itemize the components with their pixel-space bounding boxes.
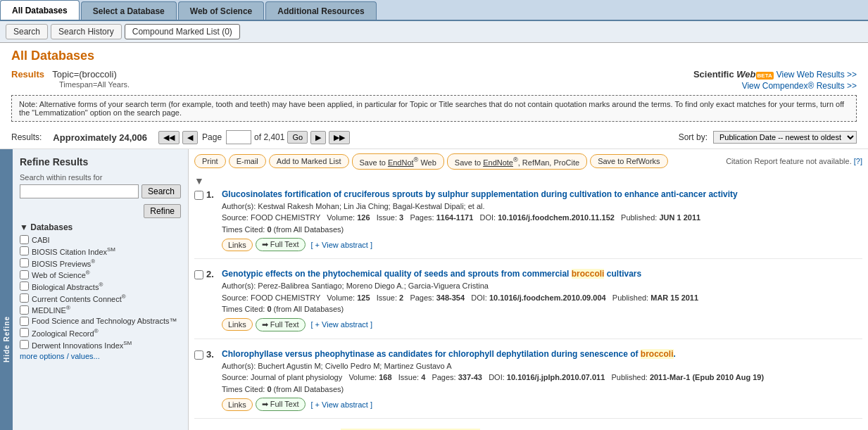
links-btn-2[interactable]: Links (222, 318, 253, 331)
db-item-biosis-previews: BIOSIS Previews® (20, 258, 181, 268)
save-endnote-btn[interactable]: Save to EndNote®, RefMan, ProCite (447, 153, 587, 170)
action-bar: Print E-mail Add to Marked List Save to … (194, 149, 862, 174)
result-title-3[interactable]: Chlorophyllase versus pheophytinase as c… (222, 349, 676, 359)
result-content-3: Chlorophyllase versus pheophytinase as c… (222, 349, 862, 412)
result-meta-2: Author(s): Perez-Balibrea Santiago; More… (222, 280, 862, 315)
results-query: Topic=(broccoli) (52, 69, 116, 80)
save-endnote-web-btn[interactable]: Save to EndNot® Web (352, 153, 444, 170)
fulltext-btn-1[interactable]: ➡ Full Text (256, 238, 306, 251)
refine-search-row: Search (20, 184, 181, 198)
databases-section: ▼ Databases CABI BIOSIS Citation IndexSM… (20, 222, 181, 361)
results-area: Print E-mail Add to Marked List Save to … (189, 149, 868, 430)
view-abstract-1[interactable]: [ + View abstract ] (311, 241, 373, 249)
view-abstract-2[interactable]: [ + View abstract ] (311, 320, 373, 329)
hide-refine-label: Hide Refine (3, 316, 11, 362)
db-checkbox-bio-abstracts[interactable] (20, 282, 29, 291)
result-cb-1[interactable] (194, 191, 203, 200)
result-title-1[interactable]: Glucosinolates fortification of crucifer… (222, 189, 738, 199)
results-timespan: Timespan=All Years. (59, 80, 130, 89)
sub-tab-compound-marked[interactable]: Compound Marked List (0) (125, 24, 240, 39)
db-checkbox-current-contents[interactable] (20, 293, 29, 303)
db-label-medline[interactable]: MEDLINE® (32, 305, 70, 315)
page-heading-area: All Databases (0, 43, 868, 66)
refine-search-btn[interactable]: Search (141, 184, 181, 198)
result-title-2[interactable]: Genotypic effects on the phytochemical q… (222, 269, 641, 279)
more-options-link[interactable]: more options / values... (20, 352, 100, 360)
results-header-row: Results Topic=(broccoli) Timespan=All Ye… (0, 66, 868, 91)
db-item-zoological: Zoological Record® (20, 328, 181, 338)
db-checkbox-biosis-citation[interactable] (20, 246, 29, 255)
results-right: Scientific WebBETA View Web Results >> V… (693, 69, 857, 91)
prev-page-btn[interactable]: ◀ (182, 131, 198, 144)
view-web-results-link[interactable]: View Web Results >> (776, 70, 857, 80)
result-meta-1: Author(s): Kestwal Rakesh Mohan; Lin Jia… (222, 201, 862, 236)
refine-input[interactable] (20, 184, 139, 198)
result-item-2: 2. Genotypic effects on the phytochemica… (194, 269, 862, 339)
db-checkbox-derwent[interactable] (20, 340, 29, 349)
hide-refine-bar[interactable]: Hide Refine (0, 149, 13, 430)
db-label-derwent[interactable]: Derwent Innovations IndexSM (32, 340, 132, 350)
tab-web-of-science[interactable]: Web of Science (178, 1, 264, 20)
db-checkbox-cabi[interactable] (20, 235, 29, 244)
db-item-web-of-science: Web of Science® (20, 270, 181, 279)
page-total: of 2,401 (254, 132, 284, 142)
go-btn[interactable]: Go (287, 131, 308, 144)
pagination-row: Results: Approximately 24,006 ◀◀ ◀ Page … (0, 126, 868, 149)
sub-tab-search-history[interactable]: Search History (51, 24, 122, 39)
db-checkbox-biosis-previews[interactable] (20, 258, 29, 267)
save-refworks-btn[interactable]: Save to RefWorks (590, 154, 667, 168)
result-cb-3[interactable] (194, 350, 203, 360)
db-checkbox-medline[interactable] (20, 305, 29, 315)
view-abstract-3[interactable]: [ + View abstract ] (311, 400, 373, 409)
page-nav: ◀◀ ◀ Page of 2,401 Go ▶ ▶▶ (158, 130, 350, 144)
sci-webplus-area: Scientific WebBETA View Web Results >> (693, 69, 857, 80)
db-item-current-contents: Current Contents Connect® (20, 293, 181, 303)
add-marked-btn[interactable]: Add to Marked List (269, 154, 349, 168)
email-btn[interactable]: E-mail (229, 154, 266, 168)
approx-count: Approximately 24,006 (53, 132, 147, 143)
result-meta-3: Author(s): Buchert Agustin M; Civello Pe… (222, 360, 862, 396)
db-label-bio-abstracts[interactable]: Biological Abstracts® (32, 282, 103, 291)
note-box: Note: Alternative forms of your search t… (11, 95, 857, 122)
result-num-3: 3. (206, 349, 219, 412)
view-compendex-link[interactable]: View Compendex® Results >> (693, 81, 857, 91)
db-item-cabi: CABI (20, 235, 181, 244)
print-btn[interactable]: Print (194, 154, 226, 168)
tab-select-database[interactable]: Select a Database (81, 1, 177, 20)
db-checkbox-zoological[interactable] (20, 328, 29, 337)
last-page-btn[interactable]: ▶▶ (329, 131, 350, 144)
links-btn-1[interactable]: Links (222, 239, 253, 251)
tab-all-databases[interactable]: All Databases (0, 0, 80, 20)
db-label-food-science[interactable]: Food Science and Technology Abstracts™ (32, 317, 177, 325)
select-down-arrow[interactable]: ▼ (194, 175, 204, 186)
refine-btn[interactable]: Refine (144, 204, 181, 218)
db-label-biosis-citation[interactable]: BIOSIS Citation IndexSM (32, 246, 115, 256)
db-item-food-science: Food Science and Technology Abstracts™ (20, 317, 181, 326)
links-btn-3[interactable]: Links (222, 398, 253, 411)
db-label-current-contents[interactable]: Current Contents Connect® (32, 293, 126, 303)
db-label-web-of-science[interactable]: Web of Science® (32, 270, 90, 279)
select-all-area: ▼ (194, 174, 862, 189)
sort-select[interactable]: Publication Date -- newest to oldest (713, 131, 857, 144)
page-input[interactable] (226, 130, 251, 144)
databases-label[interactable]: ▼ Databases (20, 222, 181, 232)
help-icon[interactable]: [?] (854, 157, 862, 165)
sub-tab-search[interactable]: Search (6, 24, 48, 39)
db-label-cabi[interactable]: CABI (32, 236, 50, 244)
fulltext-btn-3[interactable]: ➡ Full Text (256, 398, 306, 411)
db-item-biosis-citation: BIOSIS Citation IndexSM (20, 246, 181, 256)
db-checkbox-web-of-science[interactable] (20, 270, 29, 279)
db-label-zoological[interactable]: Zoological Record® (32, 328, 99, 338)
db-label-biosis-previews[interactable]: BIOSIS Previews® (32, 258, 95, 268)
fulltext-btn-2[interactable]: ➡ Full Text (256, 318, 306, 331)
db-checkbox-food-science[interactable] (20, 317, 29, 326)
result-links-1: Links ➡ Full Text [ + View abstract ] (222, 238, 862, 251)
sci-text: Scientific WebBETA (693, 69, 774, 80)
result-cb-2[interactable] (194, 270, 203, 279)
tab-additional-resources[interactable]: Additional Resources (265, 1, 376, 20)
refine-subtitle: Search within results for (20, 173, 181, 182)
result-content-1: Glucosinolates fortification of crucifer… (222, 189, 862, 252)
first-page-btn[interactable]: ◀◀ (158, 131, 180, 144)
next-page-btn[interactable]: ▶ (310, 131, 326, 144)
page-label: Page (202, 132, 222, 142)
